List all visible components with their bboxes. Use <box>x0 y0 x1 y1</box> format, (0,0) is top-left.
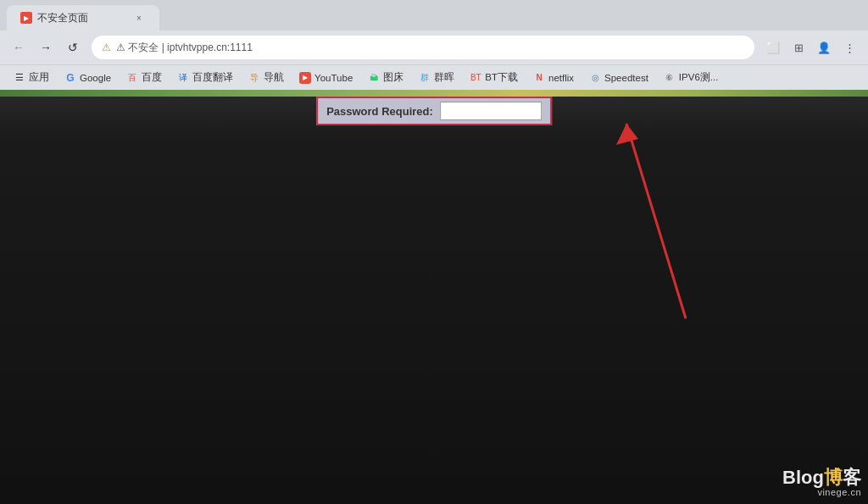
top-stripe <box>0 90 868 97</box>
bookmark-item-btxiazai[interactable]: BTBT下载 <box>463 69 525 86</box>
youtube-label: YouTube <box>314 73 353 83</box>
bookmark-item-daohang[interactable]: 导导航 <box>242 69 291 86</box>
daohang-icon: 导 <box>248 72 260 84</box>
bookmark-item-speedtest[interactable]: ◎Speedtest <box>582 69 655 86</box>
bookmark-item-netflix[interactable]: Nnetflix <box>526 69 581 86</box>
grid-button[interactable]: ⊞ <box>787 36 810 59</box>
menu-button[interactable]: ⋮ <box>837 36 861 59</box>
google-icon: G <box>64 72 76 84</box>
tab-close-button[interactable]: × <box>132 11 146 25</box>
password-required-box: Password Required: <box>316 97 552 125</box>
bookmark-item-youtube[interactable]: ▶YouTube <box>292 69 359 86</box>
tuku-label: 图床 <box>383 71 403 84</box>
bookmark-item-baidufanyi[interactable]: 译百度翻译 <box>170 69 240 86</box>
blog-text-main: Blog博客 <box>782 468 861 487</box>
netflix-label: netflix <box>548 73 574 83</box>
active-tab[interactable]: ▶ 不安全页面 × <box>7 5 159 30</box>
tab-bar: ▶ 不安全页面 × <box>0 0 868 30</box>
password-input[interactable] <box>440 102 542 120</box>
bookmark-item-baidu[interactable]: 百百度 <box>120 69 169 86</box>
google-label: Google <box>80 73 111 83</box>
address-bar[interactable]: ⚠ ⚠ 不安全 | iptvhtvppe.cn:1111 <box>92 36 754 59</box>
qunhui-label: 群晖 <box>434 71 454 84</box>
password-label: Password Required: <box>326 105 433 118</box>
yingyong-label: 应用 <box>29 71 49 84</box>
youtube-icon: ▶ <box>299 72 311 84</box>
blog-text-sub: vinege.cn <box>817 487 861 497</box>
baidufanyi-label: 百度翻译 <box>192 71 233 84</box>
tab-title: 不安全页面 <box>37 11 88 25</box>
tuku-icon: 🏔 <box>368 72 380 84</box>
ipv6-label: IPV6测... <box>679 71 719 84</box>
browser-chrome: ▶ 不安全页面 × ← → ↺ ⚠ ⚠ 不安全 | iptvhtvppe.cn:… <box>0 0 868 90</box>
red-arrow-annotation <box>601 98 703 339</box>
address-bar-row: ← → ↺ ⚠ ⚠ 不安全 | iptvhtvppe.cn:1111 ⬜ ⊞ 👤… <box>0 30 868 64</box>
bookmark-item-qunhui[interactable]: 群群晖 <box>412 69 461 86</box>
baidu-label: 百度 <box>142 71 162 84</box>
bookmark-item-yingyong[interactable]: ☰应用 <box>7 69 56 86</box>
toolbar-right: ⬜ ⊞ 👤 ⋮ <box>761 36 861 59</box>
yingyong-icon: ☰ <box>14 72 25 84</box>
baidu-icon: 百 <box>126 72 138 84</box>
profile-button[interactable]: 👤 <box>812 36 836 59</box>
bookmark-item-tuku[interactable]: 🏔图床 <box>361 69 410 86</box>
qunhui-icon: 群 <box>419 72 431 84</box>
security-icon: ⚠ <box>102 42 111 53</box>
bookmark-item-ipv6[interactable]: ⑥IPV6测... <box>657 69 726 86</box>
btxiazai-icon: BT <box>470 72 481 84</box>
screen-cast-button[interactable]: ⬜ <box>761 36 785 59</box>
reload-button[interactable]: ↺ <box>61 36 85 59</box>
content-area: Password Required: Blog博客 vinege.cn <box>0 90 868 504</box>
bookmark-item-google[interactable]: GGoogle <box>58 69 118 86</box>
svg-marker-1 <box>616 124 638 145</box>
address-text: ⚠ 不安全 | iptvhtvppe.cn:1111 <box>116 41 253 55</box>
blog-watermark: Blog博客 vinege.cn <box>782 468 861 497</box>
speedtest-icon: ◎ <box>589 72 601 84</box>
forward-button[interactable]: → <box>34 36 58 59</box>
btxiazai-label: BT下载 <box>485 71 518 84</box>
baidufanyi-icon: 译 <box>177 72 189 84</box>
daohang-label: 导航 <box>264 71 284 84</box>
back-button[interactable]: ← <box>7 36 31 59</box>
ipv6-icon: ⑥ <box>664 72 676 84</box>
tab-favicon: ▶ <box>20 12 32 24</box>
bookmarks-bar: ☰应用GGoogle百百度译百度翻译导导航▶YouTube🏔图床群群晖BTBT下… <box>0 64 868 90</box>
netflix-icon: N <box>533 72 545 84</box>
svg-line-0 <box>626 124 686 318</box>
speedtest-label: Speedtest <box>604 73 648 83</box>
